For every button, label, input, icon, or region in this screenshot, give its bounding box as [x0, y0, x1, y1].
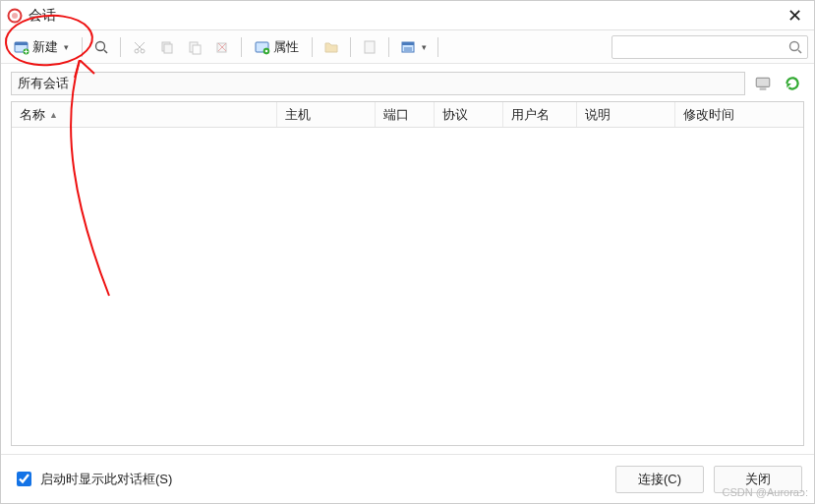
- bottom-bar: 启动时显示此对话框(S) 连接(C) 关闭: [1, 454, 814, 503]
- paste-icon: [187, 39, 203, 55]
- properties-label: 属性: [273, 38, 299, 56]
- connect-button[interactable]: 连接(C): [615, 466, 704, 493]
- svg-rect-8: [164, 44, 172, 53]
- properties-icon: [255, 39, 270, 55]
- list-header: 名称▲ 主机 端口 协议 用户名 说明 修改时间: [12, 102, 803, 128]
- col-proto[interactable]: 协议: [435, 102, 503, 127]
- path-text: 所有会话: [18, 75, 69, 92]
- svg-rect-2: [15, 42, 28, 45]
- show-on-start-input[interactable]: [17, 472, 31, 486]
- paste-button: [182, 34, 207, 60]
- cut-button: [127, 34, 152, 60]
- titlebar: 会话 ✕: [1, 1, 814, 30]
- computer-button[interactable]: [751, 72, 775, 95]
- svg-rect-20: [760, 88, 767, 90]
- col-port[interactable]: 端口: [376, 102, 435, 127]
- col-host[interactable]: 主机: [277, 102, 376, 127]
- svg-rect-17: [402, 42, 414, 45]
- folder-button: [319, 34, 344, 60]
- delete-button: [209, 34, 235, 60]
- delete-icon: [214, 39, 230, 55]
- new-session-icon: [14, 39, 29, 55]
- new-button[interactable]: 新建: [7, 34, 76, 60]
- svg-rect-15: [365, 41, 375, 53]
- path-bar: 所有会话: [11, 70, 804, 97]
- export-button: [357, 34, 382, 60]
- reload-icon: [784, 75, 801, 92]
- show-on-start-checkbox[interactable]: 启动时显示此对话框(S): [13, 469, 172, 489]
- new-label: 新建: [32, 38, 58, 56]
- app-logo-icon: [7, 8, 23, 24]
- col-name[interactable]: 名称▲: [12, 102, 277, 127]
- svg-point-14: [265, 49, 268, 52]
- session-dialog: 会话 ✕ 新建 属性: [0, 0, 815, 504]
- svg-point-18: [790, 41, 799, 50]
- export-icon: [362, 39, 378, 55]
- refresh-button[interactable]: [88, 34, 114, 60]
- close-window-button[interactable]: ✕: [781, 2, 808, 29]
- computer-icon: [754, 75, 772, 92]
- show-on-start-label: 启动时显示此对话框(S): [40, 471, 172, 488]
- col-desc[interactable]: 说明: [577, 102, 675, 127]
- sort-asc-icon: ▲: [49, 110, 58, 120]
- col-user[interactable]: 用户名: [503, 102, 577, 127]
- toolbar: 新建 属性: [1, 30, 814, 64]
- session-list: 名称▲ 主机 端口 协议 用户名 说明 修改时间: [11, 101, 804, 446]
- magnifier-refresh-icon: [93, 39, 109, 55]
- search-input[interactable]: [616, 38, 787, 55]
- search-box[interactable]: [611, 35, 808, 59]
- window-title: 会话: [29, 7, 56, 25]
- search-icon: [787, 39, 803, 55]
- svg-rect-10: [193, 45, 201, 54]
- cut-icon: [132, 39, 147, 55]
- copy-icon: [159, 39, 175, 55]
- folder-icon: [323, 39, 339, 55]
- svg-point-4: [96, 41, 105, 50]
- view-button[interactable]: [395, 34, 432, 60]
- close-button[interactable]: 关闭: [714, 466, 802, 493]
- svg-rect-19: [756, 78, 770, 86]
- col-mtime[interactable]: 修改时间: [675, 102, 803, 127]
- reload-button[interactable]: [781, 72, 804, 95]
- properties-button[interactable]: 属性: [248, 34, 306, 60]
- list-body[interactable]: [12, 128, 803, 445]
- copy-button: [154, 34, 180, 60]
- path-display[interactable]: 所有会话: [11, 72, 745, 95]
- view-icon: [400, 39, 416, 55]
